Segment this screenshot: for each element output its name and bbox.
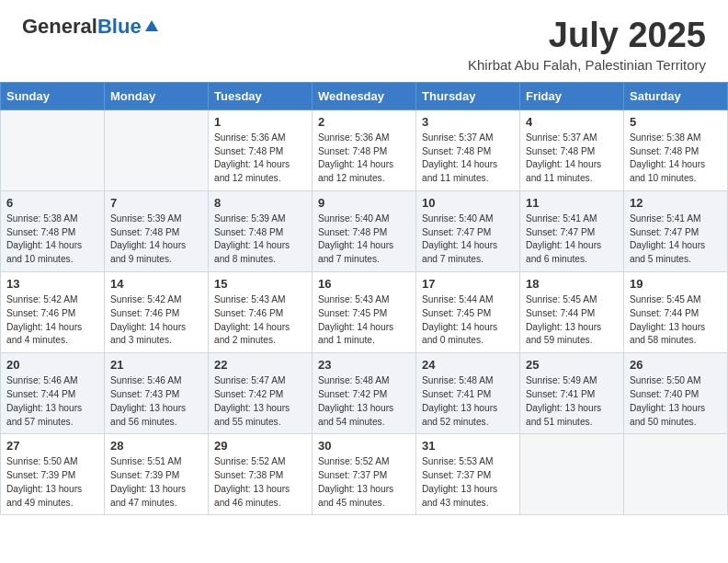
calendar-cell: 8Sunrise: 5:39 AMSunset: 7:48 PMDaylight… — [209, 190, 313, 271]
title-block: July 2025 Khirbat Abu Falah, Palestinian… — [468, 17, 706, 73]
day-info: Sunrise: 5:37 AMSunset: 7:48 PMDaylight:… — [526, 132, 618, 186]
day-info: Sunrise: 5:43 AMSunset: 7:46 PMDaylight:… — [214, 293, 306, 348]
month-title: July 2025 — [468, 17, 706, 55]
day-info: Sunrise: 5:38 AMSunset: 7:48 PMDaylight:… — [6, 213, 98, 267]
col-header-sunday: Sunday — [1, 82, 105, 109]
calendar-cell: 18Sunrise: 5:45 AMSunset: 7:44 PMDayligh… — [520, 272, 624, 353]
day-number: 30 — [318, 439, 410, 453]
day-number: 18 — [526, 277, 618, 291]
day-number: 22 — [214, 358, 306, 372]
calendar-cell: 5Sunrise: 5:38 AMSunset: 7:48 PMDaylight… — [624, 109, 728, 190]
day-info: Sunrise: 5:37 AMSunset: 7:48 PMDaylight:… — [422, 132, 514, 186]
calendar-cell: 19Sunrise: 5:45 AMSunset: 7:44 PMDayligh… — [624, 272, 728, 353]
calendar-week-row: 1Sunrise: 5:36 AMSunset: 7:48 PMDaylight… — [1, 109, 728, 190]
calendar-cell: 4Sunrise: 5:37 AMSunset: 7:48 PMDaylight… — [520, 109, 624, 190]
day-number: 25 — [526, 358, 618, 372]
calendar-cell: 31Sunrise: 5:53 AMSunset: 7:37 PMDayligh… — [416, 434, 520, 515]
day-number: 10 — [422, 196, 514, 210]
day-number: 26 — [630, 358, 722, 372]
calendar-week-row: 20Sunrise: 5:46 AMSunset: 7:44 PMDayligh… — [1, 353, 728, 434]
calendar-cell: 15Sunrise: 5:43 AMSunset: 7:46 PMDayligh… — [209, 272, 313, 353]
col-header-wednesday: Wednesday — [313, 82, 416, 109]
calendar-cell: 23Sunrise: 5:48 AMSunset: 7:42 PMDayligh… — [313, 353, 416, 434]
calendar-cell: 6Sunrise: 5:38 AMSunset: 7:48 PMDaylight… — [1, 190, 105, 271]
day-number: 17 — [422, 277, 514, 291]
day-info: Sunrise: 5:50 AMSunset: 7:40 PMDaylight:… — [630, 374, 722, 429]
day-info: Sunrise: 5:52 AMSunset: 7:38 PMDaylight:… — [214, 455, 306, 510]
day-info: Sunrise: 5:40 AMSunset: 7:47 PMDaylight:… — [422, 213, 514, 267]
day-number: 28 — [110, 439, 202, 453]
day-info: Sunrise: 5:45 AMSunset: 7:44 PMDaylight:… — [630, 293, 722, 348]
calendar-header-row: SundayMondayTuesdayWednesdayThursdayFrid… — [1, 82, 728, 109]
day-info: Sunrise: 5:36 AMSunset: 7:48 PMDaylight:… — [214, 132, 306, 186]
day-info: Sunrise: 5:52 AMSunset: 7:37 PMDaylight:… — [318, 455, 410, 510]
col-header-thursday: Thursday — [416, 82, 520, 109]
day-number: 13 — [6, 277, 98, 291]
day-number: 19 — [630, 277, 722, 291]
calendar-week-row: 27Sunrise: 5:50 AMSunset: 7:39 PMDayligh… — [1, 434, 728, 515]
day-number: 29 — [214, 439, 306, 453]
day-number: 27 — [6, 439, 98, 453]
day-info: Sunrise: 5:44 AMSunset: 7:45 PMDaylight:… — [422, 293, 514, 348]
calendar-cell — [520, 434, 624, 515]
calendar-cell: 20Sunrise: 5:46 AMSunset: 7:44 PMDayligh… — [1, 353, 105, 434]
day-number: 14 — [110, 277, 202, 291]
day-number: 12 — [630, 196, 722, 210]
calendar-cell — [105, 109, 209, 190]
day-number: 31 — [422, 439, 514, 453]
calendar-cell: 13Sunrise: 5:42 AMSunset: 7:46 PMDayligh… — [1, 272, 105, 353]
logo-general-text: General — [22, 17, 97, 37]
day-info: Sunrise: 5:42 AMSunset: 7:46 PMDaylight:… — [6, 293, 98, 348]
day-info: Sunrise: 5:46 AMSunset: 7:44 PMDaylight:… — [6, 374, 98, 429]
day-number: 16 — [318, 277, 410, 291]
calendar-cell: 28Sunrise: 5:51 AMSunset: 7:39 PMDayligh… — [105, 434, 209, 515]
location-title: Khirbat Abu Falah, Palestinian Territory — [468, 57, 706, 73]
calendar-cell: 12Sunrise: 5:41 AMSunset: 7:47 PMDayligh… — [624, 190, 728, 271]
col-header-monday: Monday — [105, 82, 209, 109]
day-number: 5 — [630, 115, 722, 129]
day-number: 2 — [318, 115, 410, 129]
calendar-cell: 9Sunrise: 5:40 AMSunset: 7:48 PMDaylight… — [313, 190, 416, 271]
col-header-tuesday: Tuesday — [209, 82, 313, 109]
calendar-cell — [1, 109, 105, 190]
calendar-cell: 21Sunrise: 5:46 AMSunset: 7:43 PMDayligh… — [105, 353, 209, 434]
calendar-cell: 2Sunrise: 5:36 AMSunset: 7:48 PMDaylight… — [313, 109, 416, 190]
day-info: Sunrise: 5:39 AMSunset: 7:48 PMDaylight:… — [214, 213, 306, 267]
logo-icon — [143, 18, 160, 35]
day-number: 21 — [110, 358, 202, 372]
day-info: Sunrise: 5:50 AMSunset: 7:39 PMDaylight:… — [6, 455, 98, 510]
day-number: 8 — [214, 196, 306, 210]
day-number: 15 — [214, 277, 306, 291]
col-header-friday: Friday — [520, 82, 624, 109]
calendar-cell — [624, 434, 728, 515]
calendar-cell: 11Sunrise: 5:41 AMSunset: 7:47 PMDayligh… — [520, 190, 624, 271]
day-info: Sunrise: 5:43 AMSunset: 7:45 PMDaylight:… — [318, 293, 410, 348]
day-info: Sunrise: 5:53 AMSunset: 7:37 PMDaylight:… — [422, 455, 514, 510]
page-header: GeneralBlue July 2025 Khirbat Abu Falah,… — [0, 0, 728, 82]
calendar-cell: 17Sunrise: 5:44 AMSunset: 7:45 PMDayligh… — [416, 272, 520, 353]
calendar-cell: 16Sunrise: 5:43 AMSunset: 7:45 PMDayligh… — [313, 272, 416, 353]
day-number: 7 — [110, 196, 202, 210]
logo: GeneralBlue — [22, 17, 160, 37]
calendar-cell: 24Sunrise: 5:48 AMSunset: 7:41 PMDayligh… — [416, 353, 520, 434]
calendar-cell: 30Sunrise: 5:52 AMSunset: 7:37 PMDayligh… — [313, 434, 416, 515]
calendar-week-row: 6Sunrise: 5:38 AMSunset: 7:48 PMDaylight… — [1, 190, 728, 271]
day-info: Sunrise: 5:38 AMSunset: 7:48 PMDaylight:… — [630, 132, 722, 186]
day-info: Sunrise: 5:49 AMSunset: 7:41 PMDaylight:… — [526, 374, 618, 429]
day-number: 20 — [6, 358, 98, 372]
day-info: Sunrise: 5:47 AMSunset: 7:42 PMDaylight:… — [214, 374, 306, 429]
day-number: 11 — [526, 196, 618, 210]
day-number: 6 — [6, 196, 98, 210]
calendar-cell: 14Sunrise: 5:42 AMSunset: 7:46 PMDayligh… — [105, 272, 209, 353]
day-info: Sunrise: 5:40 AMSunset: 7:48 PMDaylight:… — [318, 213, 410, 267]
day-info: Sunrise: 5:48 AMSunset: 7:42 PMDaylight:… — [318, 374, 410, 429]
calendar-cell: 25Sunrise: 5:49 AMSunset: 7:41 PMDayligh… — [520, 353, 624, 434]
day-info: Sunrise: 5:51 AMSunset: 7:39 PMDaylight:… — [110, 455, 202, 510]
calendar-cell: 3Sunrise: 5:37 AMSunset: 7:48 PMDaylight… — [416, 109, 520, 190]
day-number: 3 — [422, 115, 514, 129]
calendar-cell: 10Sunrise: 5:40 AMSunset: 7:47 PMDayligh… — [416, 190, 520, 271]
calendar-cell: 1Sunrise: 5:36 AMSunset: 7:48 PMDaylight… — [209, 109, 313, 190]
svg-marker-0 — [145, 20, 158, 31]
day-number: 9 — [318, 196, 410, 210]
logo-blue-text: Blue — [97, 17, 142, 37]
